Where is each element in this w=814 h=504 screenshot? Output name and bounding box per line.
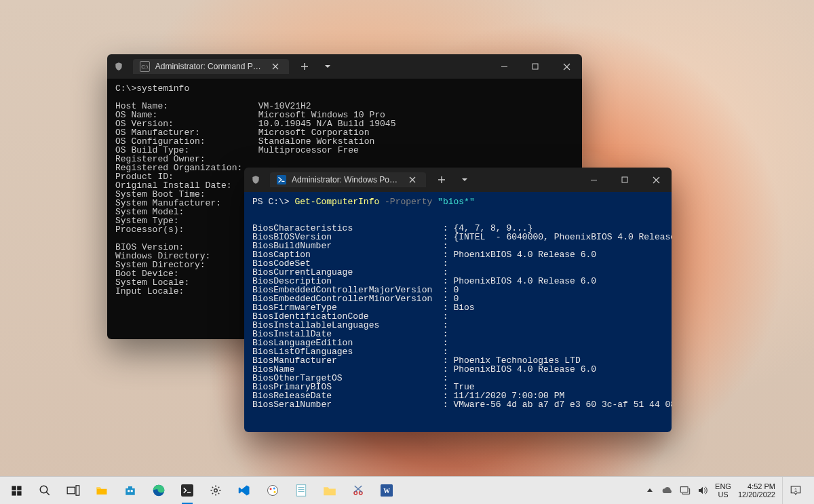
svg-rect-2 (622, 177, 627, 182)
svg-rect-3 (12, 486, 16, 490)
ps-tab-title: Administrator: Windows PowerShell (292, 175, 400, 185)
tab-dropdown-button[interactable] (457, 172, 472, 187)
svg-rect-19 (296, 485, 306, 497)
settings-button[interactable] (202, 477, 229, 504)
svg-point-17 (273, 488, 275, 490)
clock-date: 12/20/2022 (738, 490, 775, 499)
svg-rect-6 (17, 491, 21, 495)
language-indicator[interactable]: ENG US (715, 482, 731, 499)
snipping-tool-button[interactable] (345, 477, 372, 504)
svg-rect-10 (128, 490, 130, 492)
volume-icon[interactable] (697, 485, 708, 496)
terminal-button[interactable] (174, 477, 201, 504)
svg-rect-0 (532, 64, 538, 69)
start-button[interactable] (3, 477, 30, 504)
action-center-button[interactable]: 1 (782, 477, 809, 504)
svg-rect-9 (76, 486, 79, 495)
ps-titlebar[interactable]: Administrator: Windows PowerShell (244, 168, 672, 192)
paint-button[interactable] (259, 477, 286, 504)
svg-text:W: W (383, 487, 390, 495)
svg-point-18 (274, 491, 276, 493)
tab-dropdown-button[interactable] (320, 59, 335, 74)
svg-rect-5 (12, 491, 16, 495)
word-button[interactable]: W (373, 477, 400, 504)
lang-secondary: US (718, 490, 728, 499)
svg-point-7 (40, 486, 47, 493)
clock-time: 4:52 PM (748, 482, 775, 490)
powershell-window: Administrator: Windows PowerShell PS C:\… (244, 168, 672, 432)
close-button[interactable] (640, 168, 672, 192)
search-button[interactable] (31, 477, 58, 504)
edge-button[interactable] (145, 477, 172, 504)
svg-point-21 (360, 492, 363, 495)
svg-rect-24 (680, 487, 688, 492)
svg-rect-11 (131, 490, 133, 492)
uac-shield-icon (251, 175, 260, 185)
cmd-titlebar[interactable]: C:\ Administrator: Command Prompt (107, 54, 582, 79)
svg-rect-13 (181, 484, 193, 497)
ps-output[interactable]: PS C:\> Get-ComputerInfo -Property "bios… (244, 192, 672, 432)
svg-point-20 (354, 492, 357, 495)
lang-primary: ENG (715, 482, 731, 490)
vscode-button[interactable] (231, 477, 258, 504)
svg-rect-4 (17, 486, 21, 490)
clock[interactable]: 4:52 PM 12/20/2022 (738, 482, 775, 499)
svg-point-14 (214, 489, 218, 492)
microsoft-store-button[interactable] (117, 477, 144, 504)
svg-rect-8 (67, 487, 75, 494)
cmd-icon: C:\ (140, 61, 150, 72)
onedrive-icon[interactable] (662, 485, 673, 496)
file-explorer-button[interactable] (88, 477, 115, 504)
cmd-tab-title: Administrator: Command Prompt (155, 62, 263, 71)
uac-shield-icon (114, 62, 123, 71)
tray-overflow-button[interactable] (644, 485, 655, 496)
tab-close-button[interactable] (406, 172, 419, 187)
svg-text:1: 1 (794, 487, 797, 493)
new-tab-button[interactable] (434, 172, 449, 187)
task-view-button[interactable] (60, 477, 87, 504)
powershell-icon (277, 175, 286, 185)
notepad-button[interactable] (288, 477, 315, 504)
maximize-button[interactable] (609, 168, 640, 192)
system-tray: ENG US 4:52 PM 12/20/2022 1 (644, 477, 814, 504)
svg-point-15 (268, 486, 278, 496)
tab-close-button[interactable] (269, 59, 282, 74)
ps-tab[interactable]: Administrator: Windows PowerShell (270, 172, 426, 187)
explorer-pinned-button[interactable] (316, 477, 343, 504)
close-button[interactable] (551, 54, 582, 79)
minimize-button[interactable] (488, 54, 520, 79)
taskbar: W ENG US 4:52 PM 12/20/2022 1 (0, 476, 814, 504)
svg-point-16 (270, 488, 272, 490)
minimize-button[interactable] (578, 168, 609, 192)
cmd-tab[interactable]: C:\ Administrator: Command Prompt (133, 59, 289, 74)
maximize-button[interactable] (520, 54, 551, 79)
new-tab-button[interactable] (297, 59, 312, 74)
network-icon[interactable] (680, 485, 691, 496)
